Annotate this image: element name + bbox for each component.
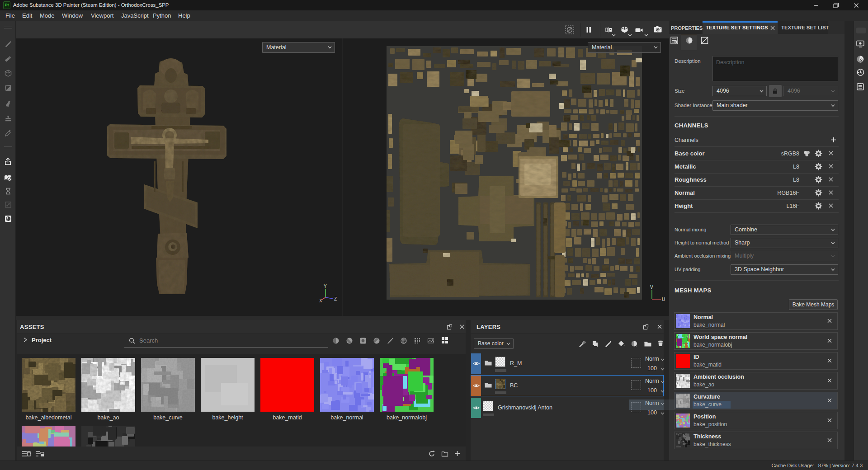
svg-text:Y: Y xyxy=(324,284,327,289)
svg-text:X: X xyxy=(319,298,322,303)
svg-text:V: V xyxy=(650,285,653,290)
svg-text:Z: Z xyxy=(334,296,337,301)
svg-text:U: U xyxy=(662,297,665,302)
